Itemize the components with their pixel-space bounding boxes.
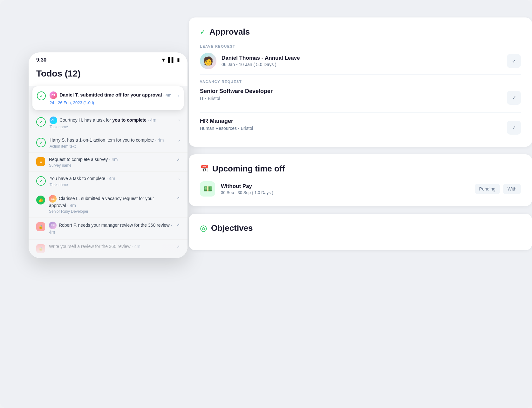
item-title: You have a task to complete · 4m [50, 176, 174, 182]
phone-time: 9:30 [36, 57, 46, 63]
item-title: RF Robert F. needs your manager review f… [49, 222, 172, 236]
expanded-card-content: DT Daniel T. submitted time off for your… [50, 91, 174, 105]
right-panel-inner: ✓ Approvals LEAVE REQUEST 🧑 Daniel Thoma… [189, 17, 532, 250]
expanded-card-title: DT Daniel T. submitted time off for your… [50, 91, 174, 99]
timeoff-type: Without Pay [221, 183, 469, 190]
timeoff-details: Without Pay 30 Sep - 30 Sep ( 1.0 Days ) [221, 183, 469, 195]
timeoff-heading: Upcoming time off [212, 164, 285, 174]
pending-badge: Pending [475, 184, 500, 194]
vacancy-title: HR Manager [200, 118, 253, 124]
external-link-icon[interactable]: ↗ [176, 157, 180, 162]
item-content: Request to complete a survey · 4m Survey… [49, 157, 172, 168]
divider [200, 112, 521, 113]
list-item[interactable]: Harry S. has a 1-on-1 action item for yo… [29, 133, 188, 153]
chevron-icon: › [178, 176, 180, 181]
list-item[interactable]: 🔒 Write yourself a review for the 360 re… [29, 240, 188, 257]
check-icon [36, 117, 46, 127]
daniel-avatar: DT [50, 91, 57, 99]
timeoff-dates: 30 Sep - 30 Sep ( 1.0 Days ) [221, 190, 469, 195]
item-sub: Senior Ruby Developer [49, 209, 172, 214]
daniel-thomas-avatar: 🧑 [200, 53, 216, 69]
item-content: Harry S. has a 1-on-1 action item for yo… [50, 137, 174, 149]
timeoff-actions: Pending With [475, 184, 521, 194]
item-content: Write yourself a review for the 360 revi… [49, 244, 172, 250]
chevron-icon: › [178, 117, 180, 122]
calendar-icon: 📅 [200, 165, 208, 173]
check-icon: ✓ [200, 28, 206, 36]
external-link-icon[interactable]: ↗ [176, 196, 180, 201]
vacancy-location: Human Resources - Bristol [200, 126, 253, 131]
approve-leave-button[interactable]: ✓ [507, 54, 521, 68]
chevron-icon: › [178, 93, 179, 98]
divider [200, 74, 521, 75]
approve-vacancy-hr-button[interactable]: ✓ [507, 121, 521, 135]
with-badge: With [503, 184, 521, 194]
item-title: CL Clarisse L. submitted a vacancy reque… [49, 195, 172, 209]
objectives-title: ◎ Objectives [200, 223, 521, 233]
leave-dates: 06 Jan - 10 Jan ( 5.0 Days ) [222, 62, 502, 67]
objectives-heading: Objectives [211, 223, 253, 233]
item-sub: Survey name [49, 163, 172, 168]
item-sub: Task name [50, 183, 174, 187]
timeoff-title: 📅 Upcoming time off [200, 164, 521, 174]
vacancy-section-label: VACANCY REQUEST [200, 80, 521, 84]
external-link-icon[interactable]: ↗ [176, 244, 180, 249]
money-icon: 💵 [200, 181, 215, 197]
item-content: CH Courtney H. has a task for you to com… [50, 117, 174, 129]
vacancy-details: HR Manager Human Resources - Bristol [200, 118, 253, 131]
list-item[interactable]: CH Courtney H. has a task for you to com… [29, 113, 188, 133]
vacancy-item-hr: HR Manager Human Resources - Bristol ✓ [200, 118, 521, 137]
expanded-card-detail: 24 - 26 Feb, 2023 (1.0d) [50, 100, 174, 105]
thumbup-icon: 👍 [36, 196, 45, 204]
vacancy-location: IT - Bristol [200, 96, 273, 101]
objectives-card: ◎ Objectives [189, 214, 532, 250]
clarisse-avatar: CL [49, 195, 57, 203]
chevron-icon: › [178, 138, 180, 143]
todo-list: CH Courtney H. has a task for you to com… [29, 113, 188, 257]
item-content: You have a task to complete · 4m Task na… [50, 176, 174, 187]
approvals-title: ✓ Approvals [200, 27, 521, 37]
target-icon: ◎ [200, 223, 207, 233]
item-content: RF Robert F. needs your manager review f… [49, 222, 172, 236]
approve-vacancy-senior-button[interactable]: ✓ [507, 91, 521, 105]
review-icon: 🔒 [36, 222, 45, 231]
approvals-card: ✓ Approvals LEAVE REQUEST 🧑 Daniel Thoma… [189, 17, 532, 147]
check-icon [36, 138, 46, 147]
list-item[interactable]: ≡ Request to complete a survey · 4m Surv… [29, 153, 188, 172]
status-icons: ▼ ▌▌ ▮ [161, 57, 180, 63]
robert-avatar: RF [49, 222, 57, 229]
timeoff-card: 📅 Upcoming time off 💵 Without Pay 30 Sep… [189, 154, 532, 206]
signal-icon: ▌▌ [168, 57, 175, 63]
wifi-icon: ▼ [161, 57, 166, 63]
battery-icon: ▮ [177, 57, 180, 63]
expanded-todo-card[interactable]: DT Daniel T. submitted time off for your… [32, 86, 184, 110]
survey-icon: ≡ [36, 157, 45, 166]
phone-header: Todos (12) [29, 65, 188, 84]
courtney-avatar: CH [50, 117, 57, 124]
item-sub: Action item text [50, 144, 174, 149]
check-icon [37, 91, 46, 100]
external-link-icon[interactable]: ↗ [176, 222, 180, 227]
phone-device: 9:30 ▼ ▌▌ ▮ Todos (12) [29, 52, 188, 258]
todos-title: Todos (12) [36, 69, 81, 78]
status-bar: 9:30 ▼ ▌▌ ▮ [29, 52, 188, 65]
leave-person-name: Daniel Thomas - Annual Leave [222, 55, 502, 61]
phone-mockup: 9:30 ▼ ▌▌ ▮ Todos (12) [29, 52, 194, 258]
item-title: CH Courtney H. has a task for you to com… [50, 117, 174, 124]
list-item[interactable]: You have a task to complete · 4m Task na… [29, 172, 188, 191]
leave-approval-info: Daniel Thomas - Annual Leave 06 Jan - 10… [222, 55, 502, 67]
vacancy-item-senior: Senior Software Developer IT - Bristol ✓ [200, 88, 521, 107]
review-icon: 🔒 [36, 244, 45, 253]
right-panel: ✓ Approvals LEAVE REQUEST 🧑 Daniel Thoma… [189, 17, 532, 250]
list-item[interactable]: 👍 CL Clarisse L. submitted a vacancy req… [29, 191, 188, 218]
list-item[interactable]: 🔒 RF Robert F. needs your manager review… [29, 218, 188, 240]
timeoff-item: 💵 Without Pay 30 Sep - 30 Sep ( 1.0 Days… [200, 181, 521, 197]
leave-section-label: LEAVE REQUEST [200, 44, 521, 48]
item-sub: Task name [50, 125, 174, 129]
leave-approval-item: 🧑 Daniel Thomas - Annual Leave 06 Jan - … [200, 53, 521, 69]
item-content: CL Clarisse L. submitted a vacancy reque… [49, 195, 172, 214]
vacancy-details: Senior Software Developer IT - Bristol [200, 88, 273, 101]
item-title: Request to complete a survey · 4m [49, 157, 172, 163]
vacancy-title: Senior Software Developer [200, 88, 273, 95]
check-icon [36, 176, 46, 186]
